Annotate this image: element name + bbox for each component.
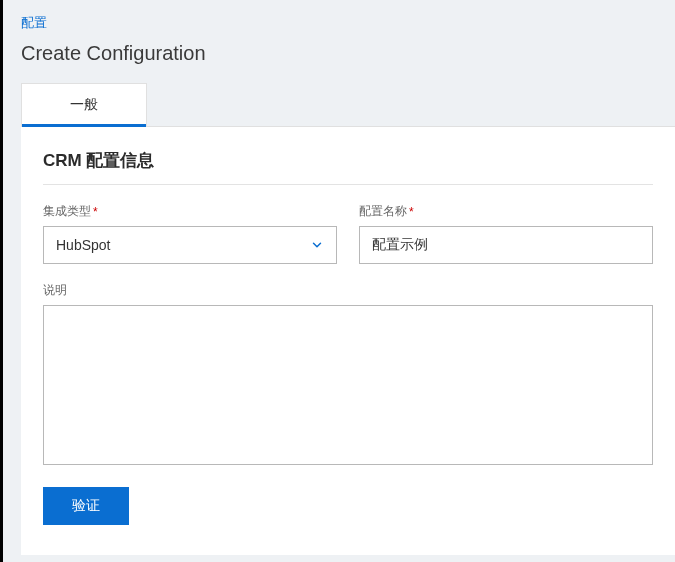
verify-button[interactable]: 验证 (43, 487, 129, 525)
config-name-input-wrap (359, 226, 653, 264)
breadcrumb: 配置 (3, 0, 675, 38)
label-config-name-text: 配置名称 (359, 203, 407, 220)
page-title: Create Configuration (3, 38, 675, 83)
integration-type-value: HubSpot (56, 237, 110, 253)
config-page: 配置 Create Configuration 一般 CRM 配置信息 集成类型… (0, 0, 675, 562)
label-description-text: 说明 (43, 282, 67, 299)
section-title: CRM 配置信息 (43, 149, 653, 185)
config-name-input[interactable] (372, 227, 640, 263)
form-panel: CRM 配置信息 集成类型 * HubSpot 配置名称 * (21, 126, 675, 555)
required-marker: * (409, 205, 414, 219)
breadcrumb-root[interactable]: 配置 (21, 15, 47, 30)
chevron-down-icon (310, 238, 324, 252)
label-integration-type-text: 集成类型 (43, 203, 91, 220)
required-marker: * (93, 205, 98, 219)
field-description: 说明 (43, 282, 653, 469)
integration-type-select[interactable]: HubSpot (43, 226, 337, 264)
label-config-name: 配置名称 * (359, 203, 653, 220)
field-config-name: 配置名称 * (359, 203, 653, 264)
field-integration-type: 集成类型 * HubSpot (43, 203, 337, 264)
label-description: 说明 (43, 282, 653, 299)
form-row-1: 集成类型 * HubSpot 配置名称 * (43, 203, 653, 264)
tabbar: 一般 (3, 83, 675, 126)
tab-general[interactable]: 一般 (21, 83, 147, 126)
label-integration-type: 集成类型 * (43, 203, 337, 220)
description-textarea[interactable] (43, 305, 653, 465)
